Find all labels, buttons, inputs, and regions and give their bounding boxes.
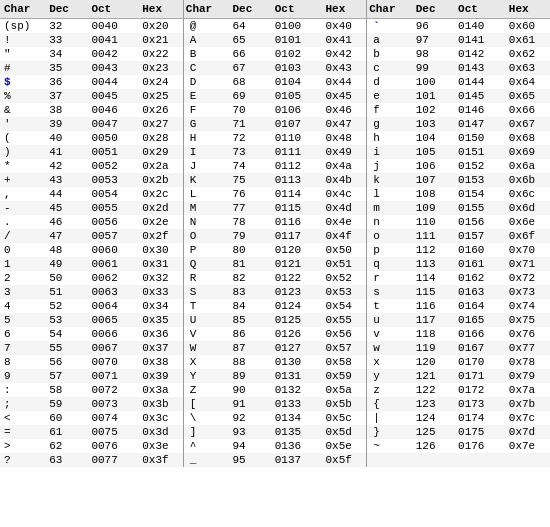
header-oct3: Oct — [454, 0, 505, 19]
table-cell: 113 — [412, 257, 454, 271]
table-cell: 0172 — [454, 383, 505, 397]
table-cell: 0134 — [271, 411, 322, 425]
table-cell: 0x5c — [322, 411, 367, 425]
table-cell: 0051 — [87, 145, 138, 159]
table-cell: 121 — [412, 369, 454, 383]
table-cell: 62 — [45, 439, 87, 453]
table-cell: 0x2a — [138, 159, 183, 173]
table-cell: 43 — [45, 173, 87, 187]
table-cell: 0x55 — [322, 313, 367, 327]
table-cell: 36 — [45, 75, 87, 89]
table-cell: 0114 — [271, 187, 322, 201]
table-cell: 0x77 — [505, 341, 550, 355]
table-cell: 0040 — [87, 19, 138, 34]
table-cell: 66 — [228, 47, 270, 61]
table-cell: 95 — [228, 453, 270, 467]
table-cell: 0100 — [271, 19, 322, 34]
table-cell: 0x4e — [322, 215, 367, 229]
table-cell: \ — [183, 411, 228, 425]
table-cell: 0054 — [87, 187, 138, 201]
table-cell: 0173 — [454, 397, 505, 411]
table-cell: 91 — [228, 397, 270, 411]
table-cell: 0163 — [454, 285, 505, 299]
table-cell: 0147 — [454, 117, 505, 131]
table-cell: O — [183, 229, 228, 243]
table-cell: 88 — [228, 355, 270, 369]
table-cell: + — [0, 173, 45, 187]
table-cell: 123 — [412, 397, 454, 411]
table-cell: 0110 — [271, 131, 322, 145]
table-cell: 81 — [228, 257, 270, 271]
table-cell: W — [183, 341, 228, 355]
table-cell: ^ — [183, 439, 228, 453]
table-cell: 48 — [45, 243, 87, 257]
table-cell: 58 — [45, 383, 87, 397]
table-cell: 32 — [45, 19, 87, 34]
table-cell: 59 — [45, 397, 87, 411]
table-cell: 0055 — [87, 201, 138, 215]
table-cell: 74 — [228, 159, 270, 173]
table-cell: 0171 — [454, 369, 505, 383]
table-cell: 0060 — [87, 243, 138, 257]
table-cell: P — [183, 243, 228, 257]
table-cell: 0067 — [87, 341, 138, 355]
table-cell: f — [367, 103, 412, 117]
table-cell: 0x39 — [138, 369, 183, 383]
table-cell: 0x48 — [322, 131, 367, 145]
table-cell: 0x5d — [322, 425, 367, 439]
table-cell: 0050 — [87, 131, 138, 145]
table-cell: V — [183, 327, 228, 341]
table-cell: F — [183, 103, 228, 117]
table-cell: 45 — [45, 201, 87, 215]
table-cell: 0164 — [454, 299, 505, 313]
table-cell: 0074 — [87, 411, 138, 425]
table-cell: : — [0, 383, 45, 397]
table-cell: o — [367, 229, 412, 243]
table-cell: l — [367, 187, 412, 201]
table-cell: Y — [183, 369, 228, 383]
table-cell: 0140 — [454, 19, 505, 34]
table-cell: 104 — [412, 131, 454, 145]
table-cell: 0156 — [454, 215, 505, 229]
table-cell: 68 — [228, 75, 270, 89]
table-cell — [412, 453, 454, 467]
table-cell: 0056 — [87, 215, 138, 229]
table-cell: 0120 — [271, 243, 322, 257]
table-cell: 0x5e — [322, 439, 367, 453]
table-cell: j — [367, 159, 412, 173]
table-cell: 0x23 — [138, 61, 183, 75]
table-cell: 0127 — [271, 341, 322, 355]
table-cell: / — [0, 229, 45, 243]
table-cell: 89 — [228, 369, 270, 383]
table-cell: 38 — [45, 103, 87, 117]
table-cell: 79 — [228, 229, 270, 243]
table-cell: z — [367, 383, 412, 397]
table-cell: 0x57 — [322, 341, 367, 355]
table-cell: 77 — [228, 201, 270, 215]
table-cell: 8 — [0, 355, 45, 369]
table-cell: 0x32 — [138, 271, 183, 285]
table-cell: 108 — [412, 187, 454, 201]
table-cell: ' — [0, 117, 45, 131]
table-cell: a — [367, 33, 412, 47]
table-cell: 0x56 — [322, 327, 367, 341]
table-cell: 0175 — [454, 425, 505, 439]
table-cell: 0121 — [271, 257, 322, 271]
table-cell: 0x44 — [322, 75, 367, 89]
table-cell: 117 — [412, 313, 454, 327]
table-cell: 57 — [45, 369, 87, 383]
table-cell: 0160 — [454, 243, 505, 257]
table-cell: 0x61 — [505, 33, 550, 47]
table-cell: ( — [0, 131, 45, 145]
table-cell: 86 — [228, 327, 270, 341]
table-cell: 70 — [228, 103, 270, 117]
header-oct1: Oct — [87, 0, 138, 19]
header-hex3: Hex — [505, 0, 550, 19]
table-cell: 67 — [228, 61, 270, 75]
table-cell: 100 — [412, 75, 454, 89]
table-cell: 0 — [0, 243, 45, 257]
table-cell: 102 — [412, 103, 454, 117]
table-cell: 0135 — [271, 425, 322, 439]
table-cell: 0x72 — [505, 271, 550, 285]
table-cell: 0131 — [271, 369, 322, 383]
